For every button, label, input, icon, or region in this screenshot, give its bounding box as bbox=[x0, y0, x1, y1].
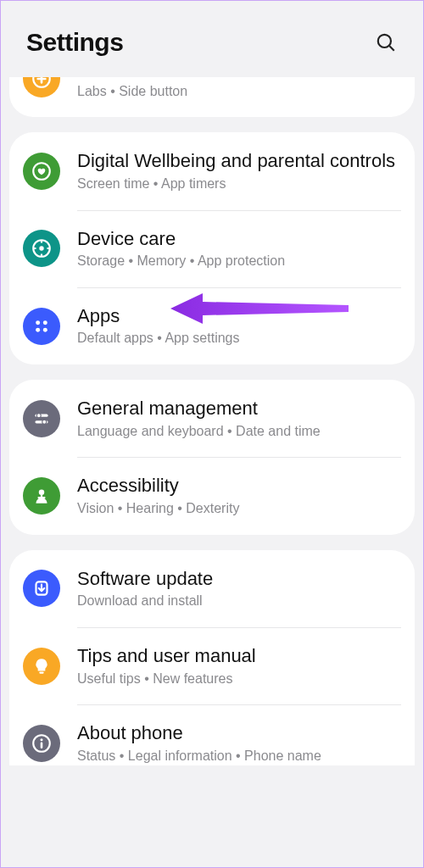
info-icon bbox=[23, 725, 60, 762]
svg-point-9 bbox=[43, 327, 47, 331]
plus-circle-icon bbox=[23, 77, 60, 97]
row-subtitle: Screen time • App timers bbox=[77, 175, 401, 193]
svg-rect-19 bbox=[41, 742, 43, 748]
row-title: Apps bbox=[77, 304, 401, 328]
row-title: Device care bbox=[77, 227, 401, 251]
sliders-icon bbox=[23, 400, 60, 437]
header: Settings bbox=[1, 1, 423, 77]
search-button[interactable] bbox=[374, 31, 398, 54]
settings-row-about-phone[interactable]: About phoneStatus • Legal information • … bbox=[9, 704, 415, 765]
svg-rect-16 bbox=[39, 671, 43, 673]
svg-point-8 bbox=[36, 327, 40, 331]
row-subtitle: Vision • Hearing • Dexterity bbox=[77, 500, 401, 518]
row-title: Advanced features bbox=[77, 77, 401, 81]
row-title: About phone bbox=[77, 721, 401, 745]
row-subtitle: Download and install bbox=[77, 593, 401, 610]
settings-group: General managementLanguage and keyboard … bbox=[9, 380, 415, 535]
svg-point-13 bbox=[42, 420, 47, 424]
svg-point-14 bbox=[39, 490, 45, 496]
row-title: Software update bbox=[77, 567, 401, 591]
settings-group: Digital Wellbeing and parental controlsS… bbox=[9, 132, 415, 364]
settings-row-apps[interactable]: AppsDefault apps • App settings bbox=[9, 287, 415, 364]
row-subtitle: Status • Legal information • Phone name bbox=[77, 748, 401, 765]
settings-row-software-update[interactable]: Software updateDownload and install bbox=[9, 550, 415, 627]
grid-dots-icon bbox=[23, 308, 60, 345]
heart-circle-icon bbox=[23, 153, 60, 190]
settings-row-device-care[interactable]: Device careStorage • Memory • App protec… bbox=[9, 210, 415, 287]
settings-row-digital-wellbeing[interactable]: Digital Wellbeing and parental controlsS… bbox=[9, 132, 415, 209]
svg-point-0 bbox=[378, 35, 391, 47]
settings-row-tips-manual[interactable]: Tips and user manualUseful tips • New fe… bbox=[9, 627, 415, 704]
bulb-icon bbox=[23, 648, 60, 685]
settings-group: Software updateDownload and installTips … bbox=[9, 550, 415, 765]
row-subtitle: Useful tips • New features bbox=[77, 670, 401, 688]
svg-point-18 bbox=[40, 738, 42, 741]
download-icon bbox=[23, 570, 60, 607]
page-title: Settings bbox=[26, 28, 123, 57]
row-title: Accessibility bbox=[77, 474, 401, 498]
row-subtitle: Default apps • App settings bbox=[77, 330, 401, 348]
settings-list: Advanced featuresLabs • Side buttonDigit… bbox=[1, 77, 423, 765]
svg-line-1 bbox=[389, 46, 393, 50]
row-title: General management bbox=[77, 397, 401, 420]
search-icon bbox=[375, 31, 397, 53]
person-icon bbox=[23, 477, 60, 515]
settings-row-advanced-features[interactable]: Advanced featuresLabs • Side button bbox=[9, 77, 415, 117]
row-title: Tips and user manual bbox=[77, 644, 401, 668]
row-title: Digital Wellbeing and parental controls bbox=[77, 149, 401, 173]
row-subtitle: Storage • Memory • App protection bbox=[77, 253, 401, 270]
settings-group: Advanced featuresLabs • Side button bbox=[9, 77, 415, 117]
settings-row-general-management[interactable]: General managementLanguage and keyboard … bbox=[9, 380, 415, 457]
row-subtitle: Language and keyboard • Date and time bbox=[77, 423, 401, 441]
svg-point-5 bbox=[39, 247, 43, 251]
svg-point-6 bbox=[36, 320, 40, 325]
row-subtitle: Labs • Side button bbox=[77, 83, 401, 101]
svg-point-12 bbox=[36, 414, 41, 418]
gauge-circle-icon bbox=[23, 230, 60, 267]
settings-row-accessibility[interactable]: AccessibilityVision • Hearing • Dexterit… bbox=[9, 457, 415, 534]
svg-point-7 bbox=[43, 320, 47, 325]
